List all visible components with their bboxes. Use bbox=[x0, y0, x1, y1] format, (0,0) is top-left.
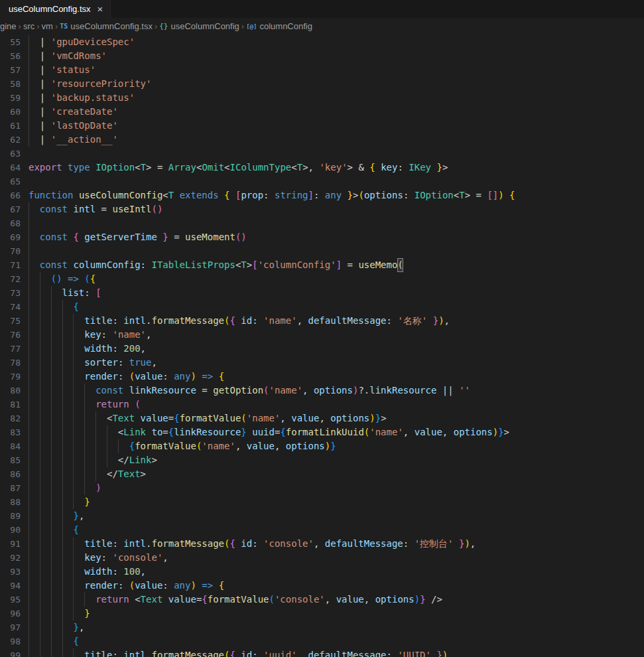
code-line[interactable]: 66function useColumnConfig<T extends { [… bbox=[0, 188, 644, 202]
line-number: 99 bbox=[0, 648, 21, 657]
breadcrumb-item-usecolumnconfig[interactable]: {}useColumnConfig bbox=[159, 21, 239, 31]
breadcrumb-item-gine[interactable]: gine bbox=[0, 21, 17, 31]
breadcrumb-item-src[interactable]: src bbox=[23, 21, 34, 31]
line-number: 63 bbox=[0, 147, 21, 161]
indent-guide bbox=[29, 356, 29, 370]
indent-guide bbox=[73, 453, 74, 467]
code-line[interactable]: 77 width: 200, bbox=[0, 342, 644, 356]
indent-guide bbox=[84, 384, 85, 398]
tab-usecolumnconfig-tsx[interactable]: useColumnConfig.tsx × bbox=[0, 0, 111, 18]
line-number: 67 bbox=[0, 202, 21, 216]
indent-guide bbox=[62, 523, 63, 537]
code-line[interactable]: 85 </Link> bbox=[0, 453, 644, 467]
indent-guide bbox=[51, 398, 52, 411]
indent-guide bbox=[62, 425, 63, 439]
code-line[interactable]: 99 title: intl.formatMessage({ id: 'uuid… bbox=[0, 648, 644, 657]
code-line[interactable]: 82 <Text value={formatValue('name', valu… bbox=[0, 411, 644, 425]
indent-guide bbox=[62, 634, 63, 648]
code-line[interactable]: 62 | '__action__' bbox=[0, 133, 644, 147]
code-line[interactable]: 96 } bbox=[0, 607, 644, 620]
indent-guide bbox=[84, 425, 85, 439]
code-line[interactable]: 72 () => ({ bbox=[0, 272, 644, 286]
code-line[interactable]: 57 | 'status' bbox=[0, 63, 644, 77]
code-line[interactable]: 89 }, bbox=[0, 509, 644, 523]
code-line[interactable]: 94 render: (value: any) => { bbox=[0, 579, 644, 593]
code-line[interactable]: 84 {formatValue('name', value, options)} bbox=[0, 439, 644, 453]
chevron-right-icon: › bbox=[55, 21, 58, 31]
code-text: | 'vmCdRoms' bbox=[29, 49, 644, 63]
code-line[interactable]: 68 bbox=[0, 216, 644, 230]
code-line[interactable]: 56 | 'vmCdRoms' bbox=[0, 49, 644, 63]
code-line[interactable]: 61 | 'lastOpDate' bbox=[0, 119, 644, 133]
indent-guide bbox=[62, 453, 63, 467]
code-line[interactable]: 76 key: 'name', bbox=[0, 328, 644, 342]
indent-guide bbox=[107, 439, 107, 453]
line-number: 85 bbox=[0, 453, 21, 467]
code-line[interactable]: 64export type IOption<T> = Array<Omit<IC… bbox=[0, 161, 644, 175]
indent-guide bbox=[40, 523, 40, 537]
line-number: 66 bbox=[0, 188, 21, 202]
close-icon[interactable]: × bbox=[96, 4, 105, 14]
line-number: 77 bbox=[0, 342, 21, 356]
indent-guide bbox=[29, 133, 29, 147]
code-line[interactable]: 88 } bbox=[0, 495, 644, 509]
indent-guide bbox=[29, 244, 29, 258]
code-line[interactable]: 59 | 'backup.status' bbox=[0, 91, 644, 105]
indent-guide bbox=[107, 453, 107, 467]
line-number: 92 bbox=[0, 551, 21, 565]
indent-guide bbox=[29, 230, 29, 244]
code-line[interactable]: 97 }, bbox=[0, 620, 644, 634]
code-line[interactable]: 83 <Link to={linkResource} uuid={formatL… bbox=[0, 425, 644, 439]
line-number: 79 bbox=[0, 370, 21, 384]
indent-guide bbox=[51, 411, 52, 425]
breadcrumb-item-columnconfig[interactable]: [@]columnConfig bbox=[246, 21, 312, 31]
code-editor[interactable]: 55 | 'gpuDeviceSpec'56 | 'vmCdRoms'57 | … bbox=[0, 35, 644, 657]
code-line[interactable]: 90 { bbox=[0, 523, 644, 537]
indent-guide bbox=[40, 439, 40, 453]
code-line[interactable]: 75 title: intl.formatMessage({ id: 'name… bbox=[0, 314, 644, 328]
indent-guide bbox=[51, 634, 52, 648]
code-line[interactable]: 73 list: [ bbox=[0, 286, 644, 300]
code-line[interactable]: 78 sorter: true, bbox=[0, 356, 644, 370]
code-line[interactable]: 92 key: 'console', bbox=[0, 551, 644, 565]
code-line[interactable]: 87 ) bbox=[0, 481, 644, 495]
indent-guide bbox=[40, 300, 40, 314]
indent-guide bbox=[40, 328, 40, 342]
code-line[interactable]: 69 const { getServerTime } = useMoment() bbox=[0, 230, 644, 244]
code-line[interactable]: 67 const intl = useIntl() bbox=[0, 202, 644, 216]
indent-guide bbox=[40, 509, 40, 523]
code-line[interactable]: 79 render: (value: any) => { bbox=[0, 370, 644, 384]
breadcrumb-label: gine bbox=[0, 21, 17, 31]
line-number: 89 bbox=[0, 509, 21, 523]
code-line[interactable]: 70 bbox=[0, 244, 644, 258]
code-line[interactable]: 80 const linkResource = getOption('name'… bbox=[0, 384, 644, 398]
indent-guide bbox=[29, 272, 29, 286]
breadcrumb-item-vm[interactable]: vm bbox=[42, 21, 53, 31]
code-line[interactable]: 63 bbox=[0, 147, 644, 161]
code-line[interactable]: 81 return ( bbox=[0, 398, 644, 411]
code-line[interactable]: 93 width: 100, bbox=[0, 565, 644, 579]
code-line[interactable]: 98 { bbox=[0, 634, 644, 648]
indent-guide bbox=[96, 411, 96, 425]
indent-guide bbox=[84, 593, 85, 607]
code-line[interactable]: 95 return <Text value={formatValue('cons… bbox=[0, 593, 644, 607]
indent-guide bbox=[51, 467, 52, 481]
line-number: 74 bbox=[0, 300, 21, 314]
code-line[interactable]: 86 </Text> bbox=[0, 467, 644, 481]
code-line[interactable]: 58 | 'resourcePriority' bbox=[0, 77, 644, 91]
code-line[interactable]: 91 title: intl.formatMessage({ id: 'cons… bbox=[0, 537, 644, 551]
indent-guide bbox=[29, 35, 29, 49]
line-number: 64 bbox=[0, 161, 21, 175]
code-line[interactable]: 55 | 'gpuDeviceSpec' bbox=[0, 35, 644, 49]
symbol-variable-icon: [@] bbox=[246, 23, 257, 30]
breadcrumb-item-usecolumnconfig-tsx[interactable]: TSuseColumnConfig.tsx bbox=[60, 21, 153, 31]
chevron-right-icon: › bbox=[19, 21, 21, 31]
indent-guide bbox=[73, 565, 74, 579]
code-line[interactable]: 65 bbox=[0, 175, 644, 188]
line-number: 81 bbox=[0, 398, 21, 411]
code-text: } bbox=[29, 607, 644, 620]
code-line[interactable]: 60 | 'createDate' bbox=[0, 105, 644, 119]
code-line[interactable]: 71 const columnConfig: ITableListProps<T… bbox=[0, 258, 644, 272]
indent-guide bbox=[73, 579, 74, 593]
code-line[interactable]: 74 { bbox=[0, 300, 644, 314]
